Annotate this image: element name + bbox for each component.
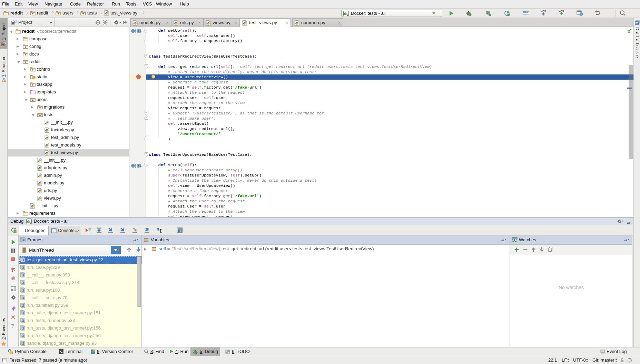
svg-text:VCS: VCS [541, 10, 546, 13]
